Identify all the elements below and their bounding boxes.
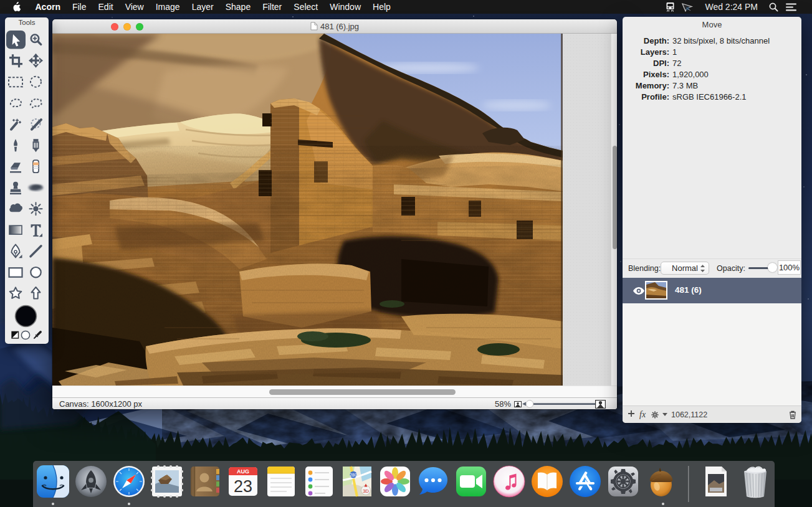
svg-text:23: 23 — [234, 477, 252, 496]
svg-text:280: 280 — [350, 473, 357, 477]
svg-text:AUG: AUG — [237, 468, 249, 475]
svg-text:3D: 3D — [363, 488, 369, 494]
svg-text:fx: fx — [639, 410, 646, 419]
